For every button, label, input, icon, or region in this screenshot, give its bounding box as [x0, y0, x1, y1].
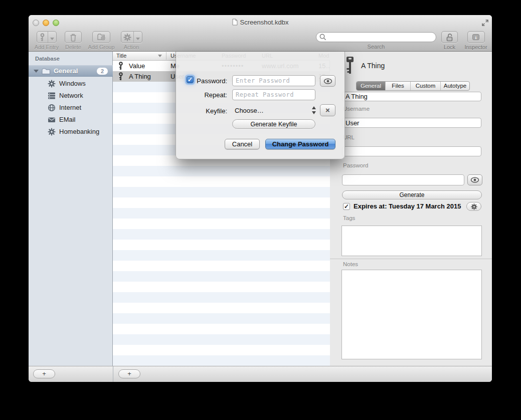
- folder-plus-icon: [95, 32, 108, 43]
- section-divider: [330, 259, 492, 259]
- action-label: Action: [120, 44, 143, 50]
- globe-icon: [48, 104, 56, 112]
- expires-settings-button[interactable]: [466, 202, 481, 211]
- plus-icon: +: [42, 370, 46, 377]
- envelope-icon: [48, 116, 56, 124]
- inspector-entry-title: A Thing: [361, 62, 385, 70]
- action-dropdown[interactable]: [133, 32, 142, 43]
- sidebar-item-label: Internet: [59, 104, 81, 111]
- clear-keyfile-button[interactable]: ×: [320, 104, 335, 116]
- key-icon: [118, 72, 124, 81]
- fullscreen-icon[interactable]: [481, 19, 489, 27]
- close-icon: ×: [325, 106, 330, 114]
- sheet-reveal-password-button[interactable]: [320, 75, 335, 87]
- disclosure-triangle-icon[interactable]: [34, 70, 39, 73]
- group-count-badge: 2: [97, 68, 108, 75]
- sheet-repeat-input[interactable]: [232, 89, 315, 100]
- sort-descending-icon: [158, 55, 162, 57]
- sheet-password-input[interactable]: [232, 75, 315, 86]
- gear-icon: [471, 203, 477, 210]
- footer-divider: [113, 366, 113, 382]
- inspector-tabs: General Files Custom Autotype: [356, 81, 470, 91]
- tab-custom[interactable]: Custom: [410, 82, 440, 90]
- password-label: Password: [343, 162, 369, 168]
- document-icon: [232, 19, 238, 26]
- generate-keyfile-button[interactable]: Generate Keyfile: [232, 119, 315, 129]
- plus-icon: +: [127, 370, 131, 377]
- title-field[interactable]: [342, 92, 481, 101]
- sidebar-item-internet[interactable]: Internet: [29, 102, 113, 114]
- chevron-down-icon: [50, 38, 54, 40]
- sidebar-item-windows[interactable]: Windows: [29, 78, 113, 90]
- add-entry-label: Add Entry: [33, 44, 60, 50]
- desktop-background: Screenshot.kdbx Add Entry: [0, 0, 521, 420]
- sidebar-group-general[interactable]: General 2: [29, 65, 113, 77]
- gear-icon: [48, 128, 56, 136]
- notes-field[interactable]: [341, 270, 482, 359]
- add-entry-dropdown[interactable]: [48, 32, 56, 43]
- entry-title: Value: [129, 62, 145, 70]
- cancel-button[interactable]: Cancel: [225, 139, 260, 149]
- add-group-button[interactable]: [92, 31, 110, 43]
- key-icon: [37, 32, 48, 43]
- tab-general[interactable]: General: [357, 82, 385, 90]
- sidebar-item-label: EMail: [59, 116, 76, 123]
- column-divider[interactable]: [166, 52, 166, 60]
- add-group-footer-button[interactable]: +: [33, 369, 55, 378]
- action-button[interactable]: [121, 31, 142, 43]
- toolbar: Add Entry Delete: [29, 30, 492, 52]
- keyfile-popup[interactable]: Choose…: [235, 107, 264, 114]
- window-header: Screenshot.kdbx Add Entry: [29, 15, 492, 52]
- sidebar-item-homebanking[interactable]: Homebanking: [29, 126, 113, 138]
- search-label: Search: [316, 44, 436, 50]
- chevron-up-icon: [312, 106, 316, 109]
- sidebar-item-network[interactable]: Network: [29, 90, 113, 102]
- sidebar-item-label: Network: [59, 92, 83, 99]
- entry-title: A Thing: [129, 73, 151, 80]
- column-header-title[interactable]: Title: [116, 53, 126, 59]
- keyfile-stepper[interactable]: [312, 106, 316, 114]
- change-password-sheet: ✓ Password: Repeat: Keyfile: Choose… × G…: [176, 52, 345, 159]
- tags-field[interactable]: [341, 226, 482, 256]
- lock-button[interactable]: [441, 31, 458, 43]
- trash-icon: [68, 32, 79, 43]
- generate-keyfile-label: Generate Keyfile: [250, 121, 297, 128]
- add-group-label: Add Group: [86, 44, 117, 50]
- inspector-panel: A Thing General Files Custom Autotype Us…: [330, 52, 492, 366]
- username-label: Username: [343, 106, 370, 112]
- key-icon: [344, 56, 356, 75]
- delete-button[interactable]: [65, 31, 82, 43]
- info-icon: i: [470, 32, 482, 43]
- search-input[interactable]: [316, 32, 436, 42]
- reveal-password-button[interactable]: [467, 174, 482, 185]
- generate-password-button[interactable]: Generate: [342, 190, 482, 199]
- key-icon: [118, 62, 124, 70]
- expires-label: Expires at: Tuesday 17 March 2015: [354, 202, 461, 210]
- add-entry-button[interactable]: [37, 31, 57, 43]
- sidebar: Database General 2 Windows Network: [29, 52, 113, 366]
- inspector-button[interactable]: i: [467, 31, 485, 43]
- add-entry-footer-button[interactable]: +: [118, 369, 140, 378]
- tab-autotype[interactable]: Autotype: [440, 82, 469, 90]
- lock-label: Lock: [441, 44, 458, 50]
- sidebar-group-label: General: [54, 67, 78, 75]
- bottom-bar: + +: [29, 366, 492, 382]
- notes-label: Notes: [343, 261, 358, 267]
- username-field[interactable]: [342, 118, 481, 128]
- chevron-down-icon: [312, 111, 316, 114]
- sidebar-item-email[interactable]: EMail: [29, 114, 113, 126]
- change-password-button[interactable]: Change Password: [265, 139, 335, 149]
- expires-checkbox[interactable]: ✓: [343, 203, 350, 210]
- change-password-label: Change Password: [272, 140, 329, 148]
- eye-icon: [323, 78, 332, 84]
- url-field[interactable]: [342, 146, 481, 156]
- tab-files[interactable]: Files: [385, 82, 410, 90]
- unlock-icon: [444, 32, 455, 43]
- title-bar[interactable]: Screenshot.kdbx: [29, 19, 492, 26]
- search-icon: [319, 34, 326, 41]
- generate-label: Generate: [399, 191, 424, 198]
- inspector-label: Inspector: [462, 44, 490, 50]
- sidebar-item-label: Windows: [59, 80, 86, 87]
- server-icon: [48, 92, 56, 100]
- password-field[interactable]: [342, 174, 464, 185]
